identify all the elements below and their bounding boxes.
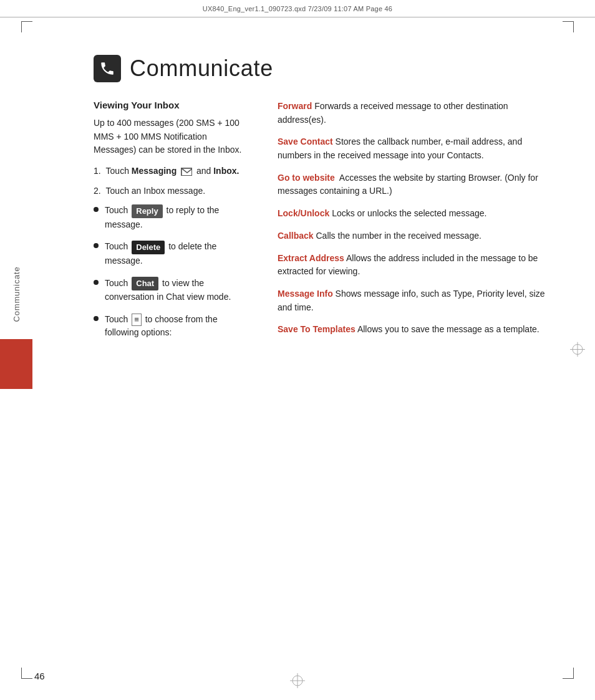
header-bar: UX840_Eng_ver1.1_090723.qxd 7/23/09 11:0… — [0, 0, 595, 17]
forward-heading: Forward — [278, 101, 312, 111]
chat-button-label: Chat — [132, 277, 158, 290]
title-icon — [94, 55, 121, 82]
save-contact-heading: Save Contact — [278, 137, 333, 146]
bullet-dot-menu — [94, 316, 99, 321]
forward-text: Forwards a received message to other des… — [278, 101, 508, 125]
bullet-dot-chat — [94, 280, 99, 285]
corner-mark-br — [563, 668, 574, 679]
corner-mark-tr — [563, 21, 574, 32]
save-to-templates-heading: Save To Templates — [278, 324, 356, 334]
reg-mark-right — [570, 342, 585, 358]
title-area: Communicate — [94, 55, 561, 82]
bullet-dot-reply — [94, 207, 99, 212]
page-title: Communicate — [130, 55, 273, 82]
two-column-layout: Viewing Your Inbox Up to 400 messages (2… — [34, 100, 561, 348]
bullet-chat-content: Touch Chat to view the conversation in C… — [105, 277, 246, 304]
bullet-delete: Touch Delete to delete the message. — [94, 240, 246, 267]
step-2-num: 2. — [94, 185, 104, 198]
lock-unlock-heading: Lock/Unlock — [278, 208, 329, 218]
bullet-delete-content: Touch Delete to delete the message. — [105, 240, 246, 267]
reg-mark-bottom — [290, 673, 305, 690]
save-to-templates-text: Allows you to save the message as a temp… — [357, 324, 539, 334]
bullet-dot-delete — [94, 243, 99, 248]
callback-text: Calls the number in the received message… — [316, 231, 481, 241]
bullet-list: Touch Reply to reply to the message. Tou… — [94, 204, 246, 340]
sidebar-label-container: Communicate — [0, 266, 32, 322]
right-entry-go-to-website: Go to website Accesses the website by st… — [278, 171, 554, 198]
bullet-menu: Touch ≡ to choose from the following opt… — [94, 313, 246, 340]
delete-button-label: Delete — [132, 241, 165, 254]
corner-mark-tl — [21, 21, 32, 32]
inbox-label: Inbox. — [213, 166, 239, 176]
message-info-heading: Message Info — [278, 289, 333, 299]
section-heading: Viewing Your Inbox — [94, 100, 246, 110]
page-content: Communicate Viewing Your Inbox Up to 400… — [34, 17, 561, 666]
menu-icon-inline: ≡ — [132, 314, 142, 326]
sidebar-label: Communicate — [12, 266, 21, 322]
right-column: Forward Forwards a received message to o… — [259, 100, 561, 348]
left-column: Viewing Your Inbox Up to 400 messages (2… — [34, 100, 259, 348]
step-2-content: Touch an Inbox message. — [106, 185, 206, 198]
step-1-content: Touch Messaging and Inbox. — [106, 165, 239, 178]
right-entry-callback: Callback Calls the number in the receive… — [278, 229, 554, 243]
step-2: 2. Touch an Inbox message. — [94, 185, 246, 198]
bullet-chat: Touch Chat to view the conversation in C… — [94, 277, 246, 304]
reply-button-label: Reply — [132, 204, 162, 218]
right-entry-save-to-templates: Save To Templates Allows you to save the… — [278, 323, 554, 337]
sidebar-tab — [0, 339, 32, 389]
go-to-website-heading: Go to website — [278, 173, 335, 183]
corner-mark-bl — [21, 668, 32, 679]
lock-unlock-text: Locks or unlocks the selected message. — [332, 208, 486, 218]
right-entry-message-info: Message Info Shows message info, such as… — [278, 287, 554, 314]
right-entry-save-contact: Save Contact Stores the callback number,… — [278, 135, 554, 162]
bullet-reply-content: Touch Reply to reply to the message. — [105, 204, 246, 231]
intro-text: Up to 400 messages (200 SMS + 100 MMS + … — [94, 117, 246, 157]
intro-content: Up to 400 messages (200 SMS + 100 MMS + … — [94, 118, 241, 155]
callback-heading: Callback — [278, 231, 314, 241]
extract-address-heading: Extract Address — [278, 253, 344, 263]
messaging-label: Messaging — [132, 166, 177, 176]
right-entry-lock-unlock: Lock/Unlock Locks or unlocks the selecte… — [278, 207, 554, 221]
right-entry-extract-address: Extract Address Allows the address inclu… — [278, 252, 554, 279]
bullet-reply: Touch Reply to reply to the message. — [94, 204, 246, 231]
page-number: 46 — [34, 671, 45, 681]
header-text: UX840_Eng_ver1.1_090723.qxd 7/23/09 11:0… — [203, 5, 392, 12]
phone-icon — [99, 60, 115, 77]
step-1-num: 1. — [94, 165, 104, 178]
step-1: 1. Touch Messaging and Inbox. — [94, 165, 246, 178]
right-entry-forward: Forward Forwards a received message to o… — [278, 100, 554, 127]
bullet-menu-content: Touch ≡ to choose from the following opt… — [105, 313, 246, 340]
envelope-icon-inline — [181, 168, 192, 176]
